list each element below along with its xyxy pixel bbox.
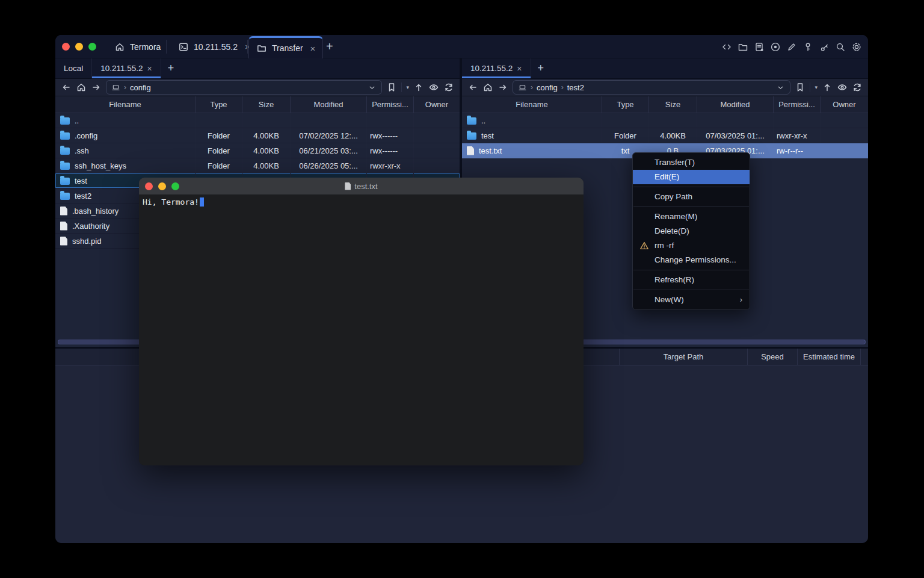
forward-icon[interactable] bbox=[497, 82, 508, 93]
refresh-icon[interactable] bbox=[852, 82, 863, 93]
menu-item-label: rm -rf bbox=[654, 241, 674, 250]
file-icon bbox=[60, 207, 67, 216]
new-panel-tab-button[interactable]: + bbox=[161, 58, 181, 78]
column-modified[interactable]: Modified bbox=[291, 96, 367, 113]
code-icon[interactable] bbox=[721, 42, 732, 52]
minimize-window-button[interactable] bbox=[75, 43, 83, 51]
editor-title-label: test.txt bbox=[354, 182, 377, 191]
bookmark-caret-icon[interactable]: ▾ bbox=[815, 84, 818, 90]
show-hidden-files-icon[interactable] bbox=[428, 82, 439, 93]
context-menu: Transfer(T) Edit(E) Copy Path Rename(M) … bbox=[632, 152, 750, 310]
column-modified[interactable]: Modified bbox=[697, 96, 774, 113]
path-segment[interactable]: config bbox=[537, 83, 558, 92]
refresh-icon[interactable] bbox=[443, 82, 454, 93]
editor-content[interactable]: Hi, Termora! bbox=[139, 194, 584, 210]
right-path-field[interactable]: › config › test2 bbox=[513, 80, 790, 95]
tab-transfer[interactable]: Transfer × bbox=[248, 36, 323, 58]
table-row[interactable]: .. bbox=[462, 113, 868, 128]
menu-item-delete[interactable]: Delete(D) bbox=[633, 224, 750, 238]
tab-remote-host[interactable]: 10.211.55.2 × bbox=[462, 58, 531, 78]
menu-item-new[interactable]: New(W) › bbox=[633, 293, 750, 307]
column-owner[interactable]: Owner bbox=[414, 96, 460, 113]
up-directory-icon[interactable] bbox=[822, 82, 833, 93]
table-row[interactable]: .config Folder 4.00KB 07/02/2025 12:... … bbox=[55, 128, 460, 143]
settings-icon[interactable] bbox=[851, 42, 862, 52]
new-panel-tab-button[interactable]: + bbox=[531, 58, 551, 78]
editor-window-controls bbox=[145, 182, 179, 190]
column-estimated-time[interactable]: Estimated time bbox=[798, 349, 861, 365]
file-size: 4.00KB bbox=[649, 128, 697, 143]
close-window-button[interactable] bbox=[145, 182, 153, 190]
forward-icon[interactable] bbox=[91, 82, 102, 93]
table-row[interactable]: test Folder 4.00KB 07/03/2025 01:... rwx… bbox=[462, 128, 868, 143]
keychain-icon[interactable] bbox=[819, 42, 830, 52]
tab-local[interactable]: Local bbox=[55, 58, 92, 78]
menu-item-edit[interactable]: Edit(E) bbox=[633, 170, 750, 184]
folder-icon bbox=[256, 43, 267, 54]
file-modified: 06/26/2025 05:... bbox=[291, 158, 367, 173]
tab-transfer-label: Transfer bbox=[272, 43, 303, 53]
file-type bbox=[196, 113, 242, 128]
file-permissions: rwx------ bbox=[367, 143, 414, 158]
column-filename[interactable]: Filename bbox=[55, 96, 196, 113]
back-icon[interactable] bbox=[61, 82, 72, 93]
file-owner bbox=[414, 143, 460, 158]
log-icon[interactable] bbox=[754, 42, 765, 52]
editor-titlebar[interactable]: test.txt bbox=[139, 178, 584, 194]
home-icon bbox=[114, 42, 125, 52]
table-row[interactable]: .ssh Folder 4.00KB 06/21/2025 03:... rwx… bbox=[55, 143, 460, 158]
file-owner bbox=[821, 113, 868, 128]
tab-separator bbox=[166, 40, 167, 54]
path-segment[interactable]: test2 bbox=[567, 83, 584, 92]
zoom-window-button[interactable] bbox=[88, 43, 96, 51]
menu-item-transfer[interactable]: Transfer(T) bbox=[633, 155, 750, 170]
zoom-window-button[interactable] bbox=[171, 182, 179, 190]
close-tab-icon[interactable]: × bbox=[517, 64, 522, 73]
file-modified: 07/02/2025 12:... bbox=[291, 128, 367, 143]
file-modified: 06/21/2025 03:... bbox=[291, 143, 367, 158]
toolbar-divider bbox=[401, 82, 402, 92]
up-directory-icon[interactable] bbox=[413, 82, 424, 93]
column-target-path[interactable]: Target Path bbox=[620, 349, 748, 365]
key-icon[interactable] bbox=[802, 42, 813, 52]
show-hidden-files-icon[interactable] bbox=[837, 82, 848, 93]
new-tab-button[interactable]: + bbox=[320, 35, 339, 58]
pencil-icon[interactable] bbox=[786, 42, 797, 52]
home-icon[interactable] bbox=[482, 82, 493, 93]
close-tab-icon[interactable]: × bbox=[310, 43, 316, 54]
column-type[interactable]: Type bbox=[602, 96, 649, 113]
table-row[interactable]: .. bbox=[55, 113, 460, 128]
column-filename[interactable]: Filename bbox=[462, 96, 602, 113]
tab-remote-host[interactable]: 10.211.55.2 × bbox=[92, 58, 161, 78]
menu-item-change-permissions[interactable]: Change Permissions... bbox=[633, 253, 750, 267]
folder-icon[interactable] bbox=[738, 42, 748, 52]
folder-icon bbox=[60, 193, 70, 200]
minimize-window-button[interactable] bbox=[158, 182, 166, 190]
tab-host-session[interactable]: 10.211.55.2 × bbox=[171, 35, 257, 58]
home-icon[interactable] bbox=[76, 82, 87, 93]
left-path-field[interactable]: › config bbox=[106, 80, 382, 95]
path-segment[interactable]: config bbox=[130, 83, 151, 92]
column-permissions[interactable]: Permissi... bbox=[367, 96, 414, 113]
table-row[interactable]: ssh_host_keys Folder 4.00KB 06/26/2025 0… bbox=[55, 158, 460, 173]
menu-item-refresh[interactable]: Refresh(R) bbox=[633, 273, 750, 287]
bookmark-icon[interactable] bbox=[795, 82, 805, 93]
menu-item-rename[interactable]: Rename(M) bbox=[633, 210, 750, 224]
column-speed[interactable]: Speed bbox=[748, 349, 798, 365]
bookmark-icon[interactable] bbox=[386, 82, 397, 93]
editor-window[interactable]: test.txt Hi, Termora! bbox=[139, 178, 584, 465]
column-permissions[interactable]: Permissi... bbox=[774, 96, 821, 113]
column-size[interactable]: Size bbox=[649, 96, 697, 113]
bookmark-caret-icon[interactable]: ▾ bbox=[406, 84, 409, 90]
close-window-button[interactable] bbox=[62, 43, 70, 51]
back-icon[interactable] bbox=[467, 82, 478, 93]
menu-item-copy-path[interactable]: Copy Path bbox=[633, 190, 750, 204]
search-icon[interactable] bbox=[835, 42, 846, 52]
menu-item-rm-rf[interactable]: rm -rf bbox=[633, 238, 750, 253]
column-owner[interactable]: Owner bbox=[821, 96, 868, 113]
column-type[interactable]: Type bbox=[196, 96, 242, 113]
tab-home[interactable]: Termora bbox=[107, 35, 168, 58]
column-size[interactable]: Size bbox=[242, 96, 291, 113]
close-tab-icon[interactable]: × bbox=[147, 64, 152, 73]
record-icon[interactable] bbox=[770, 42, 781, 52]
